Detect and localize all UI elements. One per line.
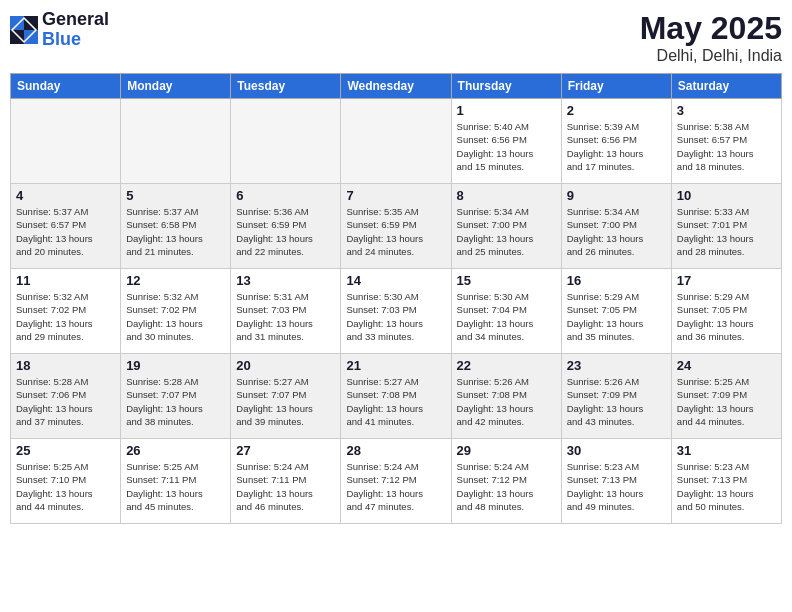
calendar-cell: 18Sunrise: 5:28 AM Sunset: 7:06 PM Dayli…: [11, 354, 121, 439]
day-number: 19: [126, 358, 225, 373]
day-info: Sunrise: 5:25 AM Sunset: 7:10 PM Dayligh…: [16, 460, 115, 513]
day-number: 7: [346, 188, 445, 203]
page-header: General Blue May 2025 Delhi, Delhi, Indi…: [10, 10, 782, 65]
weekday-header-wednesday: Wednesday: [341, 74, 451, 99]
calendar-cell: 24Sunrise: 5:25 AM Sunset: 7:09 PM Dayli…: [671, 354, 781, 439]
day-number: 12: [126, 273, 225, 288]
weekday-header-saturday: Saturday: [671, 74, 781, 99]
calendar-cell: 31Sunrise: 5:23 AM Sunset: 7:13 PM Dayli…: [671, 439, 781, 524]
weekday-header-thursday: Thursday: [451, 74, 561, 99]
day-info: Sunrise: 5:28 AM Sunset: 7:07 PM Dayligh…: [126, 375, 225, 428]
day-number: 21: [346, 358, 445, 373]
day-info: Sunrise: 5:37 AM Sunset: 6:57 PM Dayligh…: [16, 205, 115, 258]
svg-rect-1: [24, 16, 38, 30]
calendar-cell: 5Sunrise: 5:37 AM Sunset: 6:58 PM Daylig…: [121, 184, 231, 269]
day-number: 30: [567, 443, 666, 458]
day-info: Sunrise: 5:26 AM Sunset: 7:09 PM Dayligh…: [567, 375, 666, 428]
day-info: Sunrise: 5:24 AM Sunset: 7:12 PM Dayligh…: [346, 460, 445, 513]
day-number: 20: [236, 358, 335, 373]
calendar-cell: 10Sunrise: 5:33 AM Sunset: 7:01 PM Dayli…: [671, 184, 781, 269]
day-number: 17: [677, 273, 776, 288]
day-info: Sunrise: 5:23 AM Sunset: 7:13 PM Dayligh…: [677, 460, 776, 513]
weekday-header-friday: Friday: [561, 74, 671, 99]
calendar-cell: 6Sunrise: 5:36 AM Sunset: 6:59 PM Daylig…: [231, 184, 341, 269]
day-number: 18: [16, 358, 115, 373]
day-info: Sunrise: 5:24 AM Sunset: 7:11 PM Dayligh…: [236, 460, 335, 513]
calendar-cell: 22Sunrise: 5:26 AM Sunset: 7:08 PM Dayli…: [451, 354, 561, 439]
calendar-cell: 12Sunrise: 5:32 AM Sunset: 7:02 PM Dayli…: [121, 269, 231, 354]
logo: General Blue: [10, 10, 109, 50]
day-number: 26: [126, 443, 225, 458]
calendar-cell: 23Sunrise: 5:26 AM Sunset: 7:09 PM Dayli…: [561, 354, 671, 439]
day-number: 31: [677, 443, 776, 458]
day-number: 29: [457, 443, 556, 458]
calendar-cell: 2Sunrise: 5:39 AM Sunset: 6:56 PM Daylig…: [561, 99, 671, 184]
calendar-cell: 25Sunrise: 5:25 AM Sunset: 7:10 PM Dayli…: [11, 439, 121, 524]
calendar-cell: 11Sunrise: 5:32 AM Sunset: 7:02 PM Dayli…: [11, 269, 121, 354]
calendar-cell: 28Sunrise: 5:24 AM Sunset: 7:12 PM Dayli…: [341, 439, 451, 524]
day-number: 24: [677, 358, 776, 373]
day-number: 16: [567, 273, 666, 288]
weekday-header-sunday: Sunday: [11, 74, 121, 99]
day-number: 25: [16, 443, 115, 458]
day-info: Sunrise: 5:28 AM Sunset: 7:06 PM Dayligh…: [16, 375, 115, 428]
day-number: 27: [236, 443, 335, 458]
day-number: 10: [677, 188, 776, 203]
calendar-cell: 3Sunrise: 5:38 AM Sunset: 6:57 PM Daylig…: [671, 99, 781, 184]
calendar-cell: [121, 99, 231, 184]
svg-rect-2: [10, 30, 24, 44]
day-info: Sunrise: 5:29 AM Sunset: 7:05 PM Dayligh…: [677, 290, 776, 343]
location: Delhi, Delhi, India: [640, 47, 782, 65]
day-number: 5: [126, 188, 225, 203]
calendar-week-row: 11Sunrise: 5:32 AM Sunset: 7:02 PM Dayli…: [11, 269, 782, 354]
month-year: May 2025: [640, 10, 782, 47]
logo-text: General Blue: [42, 10, 109, 50]
calendar-cell: [11, 99, 121, 184]
day-number: 6: [236, 188, 335, 203]
day-info: Sunrise: 5:29 AM Sunset: 7:05 PM Dayligh…: [567, 290, 666, 343]
calendar-cell: 15Sunrise: 5:30 AM Sunset: 7:04 PM Dayli…: [451, 269, 561, 354]
calendar-cell: 14Sunrise: 5:30 AM Sunset: 7:03 PM Dayli…: [341, 269, 451, 354]
calendar-week-row: 4Sunrise: 5:37 AM Sunset: 6:57 PM Daylig…: [11, 184, 782, 269]
calendar-cell: 21Sunrise: 5:27 AM Sunset: 7:08 PM Dayli…: [341, 354, 451, 439]
day-info: Sunrise: 5:30 AM Sunset: 7:04 PM Dayligh…: [457, 290, 556, 343]
calendar-cell: 27Sunrise: 5:24 AM Sunset: 7:11 PM Dayli…: [231, 439, 341, 524]
calendar-week-row: 1Sunrise: 5:40 AM Sunset: 6:56 PM Daylig…: [11, 99, 782, 184]
day-number: 22: [457, 358, 556, 373]
weekday-header-row: SundayMondayTuesdayWednesdayThursdayFrid…: [11, 74, 782, 99]
day-info: Sunrise: 5:25 AM Sunset: 7:11 PM Dayligh…: [126, 460, 225, 513]
day-number: 4: [16, 188, 115, 203]
day-number: 13: [236, 273, 335, 288]
calendar-cell: 8Sunrise: 5:34 AM Sunset: 7:00 PM Daylig…: [451, 184, 561, 269]
day-info: Sunrise: 5:36 AM Sunset: 6:59 PM Dayligh…: [236, 205, 335, 258]
calendar-cell: 26Sunrise: 5:25 AM Sunset: 7:11 PM Dayli…: [121, 439, 231, 524]
logo-line2: Blue: [42, 30, 109, 50]
weekday-header-tuesday: Tuesday: [231, 74, 341, 99]
logo-icon: [10, 16, 38, 44]
day-number: 1: [457, 103, 556, 118]
day-number: 2: [567, 103, 666, 118]
day-info: Sunrise: 5:37 AM Sunset: 6:58 PM Dayligh…: [126, 205, 225, 258]
day-number: 15: [457, 273, 556, 288]
day-info: Sunrise: 5:32 AM Sunset: 7:02 PM Dayligh…: [126, 290, 225, 343]
calendar-cell: 29Sunrise: 5:24 AM Sunset: 7:12 PM Dayli…: [451, 439, 561, 524]
calendar-cell: 4Sunrise: 5:37 AM Sunset: 6:57 PM Daylig…: [11, 184, 121, 269]
calendar-cell: 16Sunrise: 5:29 AM Sunset: 7:05 PM Dayli…: [561, 269, 671, 354]
day-number: 3: [677, 103, 776, 118]
weekday-header-monday: Monday: [121, 74, 231, 99]
day-info: Sunrise: 5:34 AM Sunset: 7:00 PM Dayligh…: [457, 205, 556, 258]
calendar-cell: 20Sunrise: 5:27 AM Sunset: 7:07 PM Dayli…: [231, 354, 341, 439]
day-number: 9: [567, 188, 666, 203]
day-number: 28: [346, 443, 445, 458]
logo-line1: General: [42, 10, 109, 30]
calendar-table: SundayMondayTuesdayWednesdayThursdayFrid…: [10, 73, 782, 524]
day-info: Sunrise: 5:31 AM Sunset: 7:03 PM Dayligh…: [236, 290, 335, 343]
day-info: Sunrise: 5:35 AM Sunset: 6:59 PM Dayligh…: [346, 205, 445, 258]
day-info: Sunrise: 5:30 AM Sunset: 7:03 PM Dayligh…: [346, 290, 445, 343]
svg-rect-0: [10, 16, 24, 30]
day-info: Sunrise: 5:34 AM Sunset: 7:00 PM Dayligh…: [567, 205, 666, 258]
calendar-cell: [231, 99, 341, 184]
day-info: Sunrise: 5:32 AM Sunset: 7:02 PM Dayligh…: [16, 290, 115, 343]
day-number: 8: [457, 188, 556, 203]
calendar-cell: [341, 99, 451, 184]
